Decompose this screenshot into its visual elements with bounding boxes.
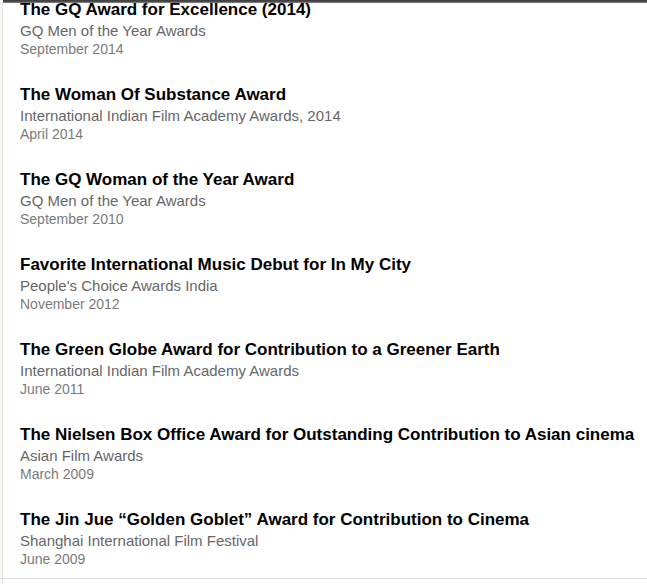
award-date: November 2012 xyxy=(20,295,643,314)
award-date: March 2009 xyxy=(20,465,643,484)
award-list-item: The GQ Award for Excellence (2014) GQ Me… xyxy=(20,0,643,59)
section-bottom-divider xyxy=(0,578,647,579)
award-date: September 2010 xyxy=(20,210,643,229)
award-list-item: The Woman Of Substance Award Internation… xyxy=(20,85,643,144)
award-title: The GQ Woman of the Year Award xyxy=(20,170,643,190)
award-issuer: People's Choice Awards India xyxy=(20,276,643,295)
award-issuer: International Indian Film Academy Awards… xyxy=(20,106,643,125)
awards-list: The GQ Award for Excellence (2014) GQ Me… xyxy=(20,0,643,584)
award-date: September 2014 xyxy=(20,40,643,59)
awards-section: The GQ Award for Excellence (2014) GQ Me… xyxy=(0,0,647,584)
award-issuer: GQ Men of the Year Awards xyxy=(20,191,643,210)
award-title: The Nielsen Box Office Award for Outstan… xyxy=(20,425,643,445)
award-title: The Woman Of Substance Award xyxy=(20,85,643,105)
award-list-item: The Green Globe Award for Contribution t… xyxy=(20,340,643,399)
award-date: June 2011 xyxy=(20,380,643,399)
award-list-item: Favorite International Music Debut for I… xyxy=(20,255,643,314)
card-left-border xyxy=(2,2,3,584)
award-title: The GQ Award for Excellence (2014) xyxy=(20,0,643,20)
award-date: April 2014 xyxy=(20,125,643,144)
award-title: The Green Globe Award for Contribution t… xyxy=(20,340,643,360)
award-date: June 2009 xyxy=(20,550,643,569)
award-title: Favorite International Music Debut for I… xyxy=(20,255,643,275)
award-list-item: The Nielsen Box Office Award for Outstan… xyxy=(20,425,643,484)
award-issuer: GQ Men of the Year Awards xyxy=(20,21,643,40)
award-issuer: International Indian Film Academy Awards xyxy=(20,361,643,380)
award-list-item: The Jin Jue “Golden Goblet” Award for Co… xyxy=(20,510,643,569)
award-issuer: Shanghai International Film Festival xyxy=(20,531,643,550)
award-issuer: Asian Film Awards xyxy=(20,446,643,465)
award-title: The Jin Jue “Golden Goblet” Award for Co… xyxy=(20,510,643,530)
award-list-item: The GQ Woman of the Year Award GQ Men of… xyxy=(20,170,643,229)
